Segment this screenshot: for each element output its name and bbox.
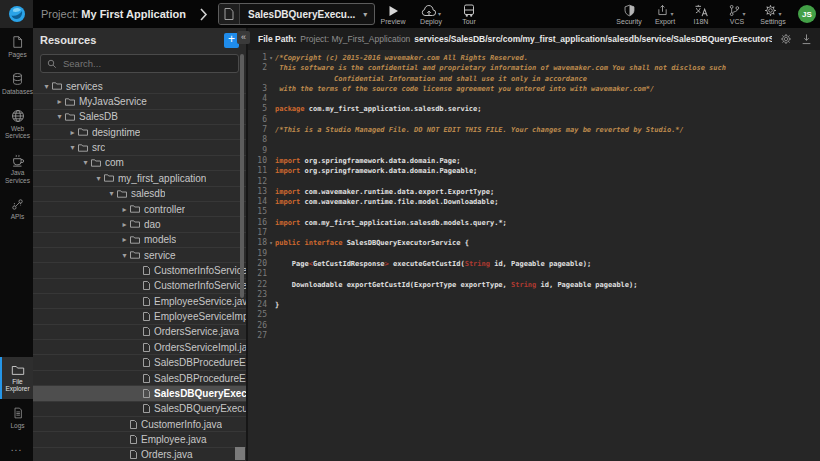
line-number: 25: [248, 310, 267, 320]
i18n-label: I18N: [694, 18, 709, 25]
caret-right-icon[interactable]: ▸: [119, 220, 130, 229]
tree-item-label: OrdersServiceImpl.java: [154, 342, 246, 353]
deploy-button[interactable]: ▾ Deploy: [418, 4, 444, 25]
tour-button[interactable]: Tour: [456, 4, 482, 25]
file-selector-dropdown[interactable]: SalesDBQueryExecu... ▾: [218, 3, 375, 25]
code-line: 4: [248, 94, 820, 104]
line-number: [248, 74, 267, 84]
line-number: 12: [248, 177, 267, 187]
wavemaker-logo[interactable]: [0, 0, 33, 28]
tree-item-customerinfoserviceimpl-java[interactable]: CustomerInfoServiceImpl.java: [33, 279, 246, 294]
caret-right-icon[interactable]: ▸: [119, 205, 130, 214]
tree-item-my-first-application[interactable]: ▾my_first_application: [33, 171, 246, 186]
caret-down-icon[interactable]: ▾: [67, 143, 78, 152]
sidebar-item-file-explorer[interactable]: File Explorer: [0, 357, 33, 400]
tree-item-designtime[interactable]: ▸designtime: [33, 125, 246, 140]
tree-item-salesdbprocedureexecutorserviceimpl-java[interactable]: SalesDBProcedureExecutorServiceImpl.java: [33, 371, 246, 386]
tree-item-myjavaservice[interactable]: ▸MyJavaService: [33, 94, 246, 109]
user-avatar[interactable]: JS: [798, 5, 816, 23]
tree-item-customerinfoservice-java[interactable]: CustomerInfoService.java: [33, 263, 246, 278]
tree-item-employeeservice-java[interactable]: EmployeeService.java: [33, 294, 246, 309]
caret-down-icon[interactable]: ▾: [41, 82, 52, 91]
tree-horizontal-scrollbar[interactable]: [235, 447, 245, 460]
tree-item-orders-java[interactable]: Orders.java: [33, 448, 246, 461]
caret-down-icon[interactable]: ▾: [93, 174, 104, 183]
code-line: 5package com.my_first_application.salesd…: [248, 104, 820, 114]
vcs-button[interactable]: ▾ VCS: [724, 4, 750, 25]
search-input[interactable]: [61, 57, 232, 70]
line-number: 2: [248, 63, 267, 73]
tree-item-customerinfo-java[interactable]: CustomerInfo.java: [33, 417, 246, 432]
pages-icon: [11, 35, 24, 49]
language-icon: [694, 4, 709, 17]
sidebar-more-button[interactable]: ...: [0, 436, 33, 461]
caret-down-icon: ▾: [670, 11, 673, 17]
security-label: Security: [616, 18, 641, 25]
sidebar-item-java-services[interactable]: Java Services: [0, 146, 33, 191]
tree-item-controller[interactable]: ▸controller: [33, 202, 246, 217]
tree-item-dao[interactable]: ▸dao: [33, 217, 246, 232]
tree-item-ordersserviceimpl-java[interactable]: OrdersServiceImpl.java: [33, 340, 246, 355]
line-number: 21: [248, 269, 267, 279]
fold-spacer: [267, 156, 275, 166]
caret-down-icon[interactable]: ▾: [80, 158, 91, 167]
sidebar-item-label: Java Services: [2, 169, 33, 185]
sidebar-item-pages[interactable]: Pages: [0, 28, 33, 65]
code-editor[interactable]: 1▾/*Copyright (c) 2015-2016 wavemaker.co…: [248, 50, 820, 461]
sidebar-item-databases[interactable]: Databases: [0, 65, 33, 102]
sidebar-item-apis[interactable]: APIs: [0, 191, 33, 227]
line-number: 8: [248, 135, 267, 145]
caret-down-icon[interactable]: ▾: [54, 112, 65, 121]
gear-icon[interactable]: [780, 33, 792, 45]
tree-item-ordersservice-java[interactable]: OrdersService.java: [33, 325, 246, 340]
settings-button[interactable]: ▾ Settings: [760, 4, 786, 25]
project-label: Project:: [41, 8, 78, 20]
caret-right-icon[interactable]: ▸: [119, 235, 130, 244]
code-token-red: String: [511, 281, 536, 289]
collapse-panel-button[interactable]: «: [237, 31, 250, 44]
tree-item-salesdb[interactable]: ▾salesdb: [33, 187, 246, 202]
caret-down-icon[interactable]: ▾: [119, 251, 130, 260]
tree-vertical-scrollbar[interactable]: [240, 54, 244, 298]
line-number: 4: [248, 94, 267, 104]
sidebar-item-label: Databases: [2, 88, 33, 96]
line-number: 15: [248, 207, 267, 217]
i18n-button[interactable]: I18N: [688, 4, 714, 25]
security-button[interactable]: Security: [616, 4, 642, 25]
tree-item-src[interactable]: ▾src: [33, 140, 246, 155]
caret-down-icon[interactable]: ▾: [106, 189, 117, 198]
tree-item-salesdbqueryexecutorserviceimpl-java[interactable]: SalesDBQueryExecutorServiceImpl.java: [33, 402, 246, 417]
export-button[interactable]: ▾ Export: [652, 4, 678, 25]
tree-item-employee-java[interactable]: Employee.java: [33, 432, 246, 447]
tree-item-salesdbprocedureexecutorservice-java[interactable]: SalesDBProcedureExecutorService.java: [33, 355, 246, 370]
caret-right-icon[interactable]: ▸: [54, 97, 65, 106]
download-icon[interactable]: [801, 33, 812, 45]
tree-item-salesdb[interactable]: ▾SalesDB: [33, 110, 246, 125]
line-number: 10: [248, 156, 267, 166]
folder-icon: [78, 128, 88, 136]
tree-item-employeeserviceimpl-java[interactable]: EmployeeServiceImpl.java: [33, 309, 246, 324]
caret-right-icon[interactable]: ▸: [67, 128, 78, 137]
tree-item-com[interactable]: ▾com: [33, 156, 246, 171]
tree-item-models[interactable]: ▸models: [33, 233, 246, 248]
sidebar-item-web-services[interactable]: Web Services: [0, 102, 33, 147]
code-text: Page<GetCustIdResponse> executeGetCustId…: [275, 259, 591, 269]
fold-icon[interactable]: ▾: [267, 238, 275, 248]
project-breadcrumb: Project:My First Application: [41, 8, 186, 20]
topbar: Project:My First Application SalesDBQuer…: [0, 0, 820, 28]
branch-icon: [728, 4, 741, 17]
sidebar-item-label: File Explorer: [2, 378, 33, 394]
sidebar-item-label: Web Services: [2, 125, 33, 141]
preview-button[interactable]: Preview: [380, 4, 406, 25]
code-line: 24}: [248, 300, 820, 310]
code-text: }: [275, 300, 279, 310]
sidebar-item-logs[interactable]: Logs: [0, 399, 33, 436]
line-number: 13: [248, 187, 267, 197]
sidebar-item-label: Logs: [2, 422, 33, 430]
line-number: 3: [248, 84, 267, 94]
tree-item-service[interactable]: ▾service: [33, 248, 246, 263]
fold-icon[interactable]: ▾: [267, 53, 275, 63]
tree-item-salesdbqueryexecutorservice-java[interactable]: SalesDBQueryExecutorService.java: [33, 386, 246, 401]
tree-item-services[interactable]: ▾services: [33, 79, 246, 94]
fold-spacer: [267, 146, 275, 156]
